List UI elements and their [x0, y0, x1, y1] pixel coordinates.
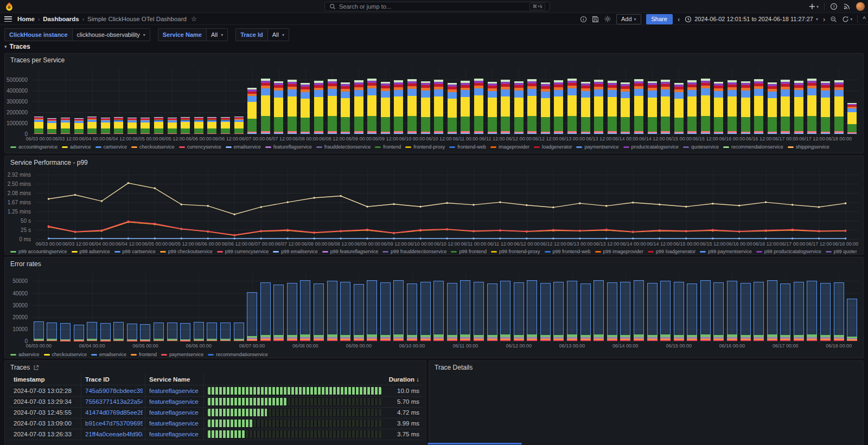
refresh-button[interactable]: ▾	[842, 16, 852, 23]
zoom-out-time-button[interactable]	[830, 16, 837, 23]
legend-item[interactable]: checkoutservice	[131, 144, 175, 150]
share-button[interactable]: Share	[646, 14, 673, 24]
legend-item[interactable]: emailservice	[91, 352, 126, 357]
bar-segment-recommendationservice	[261, 79, 270, 81]
legend-item[interactable]: frauddetectionservice	[316, 144, 371, 150]
legend-item[interactable]: p99 cartservice	[114, 249, 156, 254]
panel-title-text[interactable]: Traces	[10, 364, 30, 371]
legend-item[interactable]: p99 featureflagservice	[322, 249, 379, 254]
panel-title[interactable]: Error rates	[10, 260, 41, 268]
legend-item[interactable]: paymentservice	[576, 144, 618, 150]
user-avatar[interactable]	[856, 2, 865, 11]
legend-item[interactable]: accountingservice	[10, 144, 58, 150]
legend-item[interactable]: p99 adservice	[72, 249, 110, 254]
section-row-traces[interactable]: ▾ Traces	[4, 43, 30, 50]
legend-item[interactable]: p99 quoteservice	[826, 249, 857, 254]
favorite-star-icon[interactable]: ☆	[191, 15, 197, 23]
breadcrumb-item[interactable]: Simple ClickHouse OTel Dashboard	[87, 16, 187, 22]
legend-item[interactable]: cartservice	[95, 144, 127, 150]
new-button[interactable]: ▾	[809, 3, 819, 10]
legend-item[interactable]: shippingservice	[788, 144, 829, 150]
legend-item[interactable]: p99 accountingservice	[10, 249, 67, 254]
legend-item[interactable]: quoteservice	[683, 144, 719, 150]
col-header-trace-id[interactable]: Trace ID	[85, 376, 110, 383]
legend-item[interactable]: p99 frauddetectionservice	[382, 249, 446, 254]
legend-item[interactable]: p99 frontend-proxy	[491, 249, 540, 254]
legend-item[interactable]: p99 productcatalogservice	[756, 249, 821, 254]
breadcrumb-item[interactable]: Dashboards	[43, 16, 79, 22]
legend-item[interactable]: frontend-web	[449, 144, 486, 150]
legend-item[interactable]: frontend-proxy	[405, 144, 445, 150]
legend-item[interactable]: frontend	[131, 352, 157, 357]
variable-value-dropdown[interactable]: clickhouse-observability▾	[72, 28, 150, 41]
legend-item[interactable]: adservice	[62, 144, 91, 150]
legend-item[interactable]: p99 emailservice	[273, 249, 318, 254]
cell-service-link[interactable]: featureflagservice	[149, 388, 199, 394]
bar-segment-productcatalogservice	[674, 85, 684, 87]
panel-title[interactable]: Trace Details	[435, 364, 473, 371]
grafana-logo[interactable]	[4, 2, 14, 11]
legend-item[interactable]: loadgenerator	[534, 144, 572, 150]
cell-trace-id-link[interactable]: 41474d0769d85ee2828...	[85, 409, 143, 416]
legend-item[interactable]: p99 frontend-web	[545, 249, 591, 254]
cell-service-link[interactable]: featureflagservice	[149, 420, 199, 427]
add-button[interactable]: Add▾	[616, 14, 641, 24]
kiosk-mode-button[interactable]: ^	[863, 15, 866, 23]
bar-segment-currencyservice	[834, 131, 844, 133]
variable-value-dropdown[interactable]: All▾	[267, 28, 289, 41]
legend-item[interactable]: p99 checkoutservice	[160, 249, 213, 254]
bar-segment-frontend	[541, 117, 550, 131]
bar-segment-paymentservice	[807, 340, 817, 341]
search-input[interactable]: Search or jump to... ⌘+k	[324, 2, 550, 11]
legend-item[interactable]: recommendationservice	[723, 144, 783, 150]
breadcrumb-item[interactable]: Home	[17, 16, 35, 22]
series-point	[154, 188, 156, 190]
save-dashboard-button[interactable]	[592, 16, 599, 23]
dashboard-settings-button[interactable]	[604, 15, 611, 23]
news-button[interactable]	[843, 3, 851, 10]
legend-item[interactable]: paymentservice	[161, 352, 203, 357]
legend-item[interactable]: frontend	[375, 144, 401, 150]
dashboard-insights-button[interactable]	[580, 16, 587, 23]
cell-trace-id-link[interactable]: 745a59078cbdeec39b7...	[85, 388, 143, 394]
bar-segment-cartservice	[634, 133, 643, 134]
legend-item[interactable]: p99 imageprovider	[595, 249, 644, 254]
bar-segment-productcatalogservice	[527, 81, 537, 83]
cell-trace-id-link[interactable]: 21ff4a0ceeaeb4fd90af0...	[85, 431, 143, 437]
bar-segment-emailservice	[834, 282, 844, 335]
legend-item[interactable]: p99 currencyservice	[217, 249, 269, 254]
legend-item[interactable]: adservice	[10, 352, 40, 357]
cell-service-link[interactable]: featureflagservice	[149, 398, 199, 405]
external-link-icon[interactable]	[33, 365, 39, 371]
bar-segment-recommendationservice	[341, 82, 350, 84]
col-header-duration[interactable]: Duration ↓	[381, 376, 419, 383]
panel-title[interactable]: Service Performance - p99	[10, 159, 88, 166]
bar-segment-frontend-proxy	[794, 97, 803, 117]
legend-item[interactable]: emailservice	[226, 144, 261, 150]
horizontal-scrollbar-thumb[interactable]	[427, 443, 522, 444]
legend-item[interactable]: imageprovider	[490, 144, 529, 150]
bar-segment-productcatalogservice	[247, 89, 257, 91]
col-header-timestamp[interactable]: timestamp	[14, 376, 45, 383]
col-header-service-name[interactable]: Service Name	[149, 376, 190, 383]
help-button[interactable]: ?	[830, 3, 838, 10]
legend-item[interactable]: currencyservice	[179, 144, 221, 150]
legend-item[interactable]: checkoutservice	[44, 352, 87, 357]
time-range-picker[interactable]: 2024-06-02 12:01:51 to 2024-06-18 11:27:…	[685, 16, 818, 23]
legend-item[interactable]: p99 frontend	[451, 249, 487, 254]
variable-value-dropdown[interactable]: All▾	[206, 28, 228, 41]
cell-trace-id-link[interactable]: 75563771413a22a54618...	[85, 398, 143, 405]
time-shift-forward-button[interactable]: ›	[823, 16, 825, 23]
bar-segment-frontend-web	[514, 91, 524, 97]
cell-service-link[interactable]: featureflagservice	[149, 431, 199, 437]
legend-item[interactable]: p99 loadgenerator	[648, 249, 695, 254]
legend-item[interactable]: featureflagservice	[265, 144, 312, 150]
cell-service-link[interactable]: featureflagservice	[149, 409, 199, 416]
cell-trace-id-link[interactable]: b91ce47d753709695f1d...	[85, 420, 143, 427]
panel-title[interactable]: Traces per Service	[10, 56, 65, 64]
legend-item[interactable]: recommendationservice	[208, 352, 268, 357]
legend-item[interactable]: p99 paymentservice	[700, 249, 752, 254]
time-shift-back-button[interactable]: ‹	[678, 16, 680, 23]
legend-item[interactable]: productcatalogservice	[623, 144, 679, 150]
menu-toggle-icon[interactable]	[4, 16, 12, 22]
